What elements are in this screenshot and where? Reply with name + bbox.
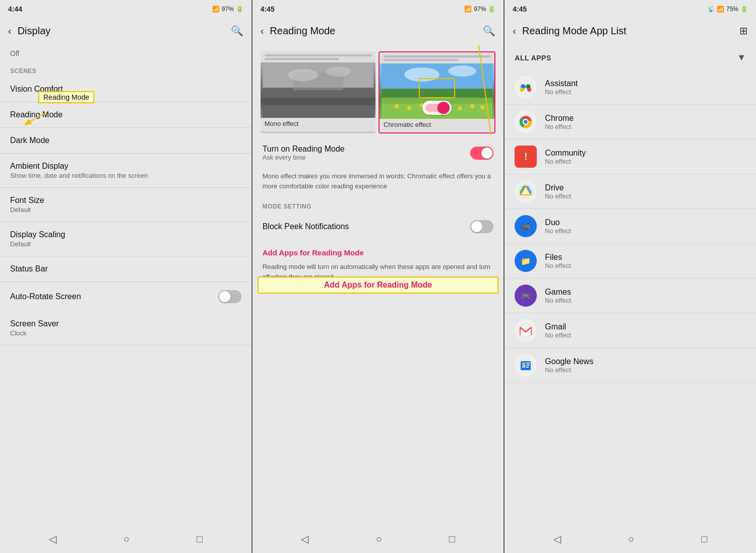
- gnews-name: Google News: [545, 357, 593, 366]
- gnews-icon-svg: G: [518, 358, 533, 373]
- reading-mode-annotation: Reading Mode: [38, 91, 94, 103]
- chrome-icon: [515, 111, 537, 133]
- mono-scene-svg: [261, 62, 375, 118]
- home-nav-3[interactable]: ○: [628, 533, 634, 545]
- reading-mode-toggle-row: Turn on Reading Mode Ask every time: [263, 145, 494, 161]
- sidebar-item-status-bar[interactable]: Status Bar: [0, 256, 251, 282]
- app-item-duo[interactable]: 📹 Duo No effect: [505, 209, 756, 244]
- svg-point-37: [524, 120, 528, 124]
- community-icon: !: [515, 146, 537, 168]
- chrome-info: Chrome No effect: [545, 114, 574, 130]
- svg-point-21: [458, 106, 462, 110]
- reading-mode-toggle[interactable]: [470, 147, 493, 160]
- svg-point-23: [480, 105, 484, 109]
- assistant-icon-svg: [518, 80, 533, 95]
- reading-mode-knob: [481, 148, 492, 159]
- block-peek-toggle[interactable]: [470, 220, 493, 233]
- header-3: ‹ Reading Mode App List ⊞: [505, 16, 756, 45]
- all-apps-header: ALL APPS ▼: [505, 45, 756, 70]
- sidebar-item-auto-rotate[interactable]: Auto-Rotate Screen: [0, 282, 251, 311]
- reading-mode-row-container: Reading Mode Reading Mode: [0, 102, 251, 128]
- chromatic-toggle-overlay[interactable]: [422, 101, 452, 115]
- duo-info: Duo No effect: [545, 218, 571, 235]
- sidebar-item-dark-mode[interactable]: Dark Mode: [0, 128, 251, 154]
- svg-rect-52: [526, 367, 529, 368]
- recents-nav-1[interactable]: □: [197, 533, 203, 545]
- svg-point-17: [407, 106, 411, 110]
- app-item-games[interactable]: 🎮 Games No effect: [505, 279, 756, 313]
- back-nav-3[interactable]: ◁: [553, 533, 561, 545]
- back-nav-1[interactable]: ◁: [49, 533, 56, 545]
- off-label: Off: [0, 45, 251, 61]
- page-title-1: Display: [18, 25, 231, 37]
- auto-rotate-toggle[interactable]: [218, 290, 241, 303]
- files-icon-symbol: 📁: [521, 256, 531, 266]
- status-bar-1: 4:44 📶 97% 🔋: [0, 0, 251, 16]
- block-peek-knob: [471, 221, 482, 232]
- community-sub: No effect: [545, 158, 586, 165]
- assistant-name: Assistant: [545, 79, 578, 88]
- search-icon-1[interactable]: 🔍: [231, 25, 243, 37]
- header-2: ‹ Reading Mode 🔍: [253, 16, 504, 45]
- reading-preview: Mono effect: [253, 45, 504, 137]
- app-item-gmail[interactable]: Gmail No effect: [505, 313, 756, 348]
- community-icon-text: !: [524, 152, 527, 162]
- games-sub: No effect: [545, 297, 571, 304]
- back-button-1[interactable]: ‹: [8, 25, 12, 37]
- wifi-icon: 📶: [717, 6, 724, 13]
- gmail-icon-svg: [518, 323, 533, 338]
- gmail-sub: No effect: [545, 331, 571, 339]
- chevron-down-icon[interactable]: ▼: [737, 52, 746, 63]
- sidebar-item-screen-saver[interactable]: Screen Saver Clock: [0, 311, 251, 345]
- reading-mode-toggle-label: Turn on Reading Mode: [263, 145, 345, 154]
- drive-name: Drive: [545, 183, 571, 192]
- app-list: Assistant No effect Chrome No effect: [505, 70, 756, 525]
- app-item-community[interactable]: ! Community No effect: [505, 140, 756, 174]
- chromatic-effect-card[interactable]: Chromatic effect: [379, 51, 495, 133]
- duo-sub: No effect: [545, 227, 571, 235]
- app-item-files[interactable]: 📁 Files No effect: [505, 244, 756, 279]
- signal-icon-1: 📶: [212, 6, 220, 13]
- assistant-info: Assistant No effect: [545, 79, 578, 96]
- recents-nav-2[interactable]: □: [449, 533, 455, 545]
- ambient-display-label: Ambient Display: [10, 162, 241, 171]
- duo-name: Duo: [545, 218, 571, 227]
- reading-mode-sub: Ask every time: [263, 154, 345, 161]
- back-button-2[interactable]: ‹: [261, 25, 264, 37]
- back-button-3[interactable]: ‹: [513, 25, 516, 37]
- sidebar-item-ambient-display[interactable]: Ambient Display Show time, date and noti…: [0, 154, 251, 188]
- home-nav-2[interactable]: ○: [375, 533, 382, 545]
- status-bar-label: Status Bar: [10, 264, 241, 273]
- sidebar-item-reading-mode[interactable]: Reading Mode: [0, 102, 251, 128]
- sidebar-item-font-size[interactable]: Font Size Default: [0, 188, 251, 222]
- add-apps-link[interactable]: Add Apps for Reading Mode: [253, 241, 504, 260]
- app-item-gnews[interactable]: G Google News No effect: [505, 348, 756, 383]
- app-item-assistant[interactable]: Assistant No effect: [505, 70, 756, 105]
- nav-bar-1: ◁ ○ □: [0, 525, 251, 553]
- app-item-drive[interactable]: Drive No effect: [505, 174, 756, 209]
- add-apps-annotation-text: Add Apps for Reading Mode: [324, 281, 432, 289]
- games-icon-symbol: 🎮: [521, 291, 531, 301]
- list-icon-3[interactable]: ⊞: [739, 25, 748, 37]
- files-name: Files: [545, 253, 571, 262]
- font-size-sub: Default: [10, 206, 241, 214]
- home-nav-1[interactable]: ○: [123, 533, 130, 545]
- app-item-chrome[interactable]: Chrome No effect: [505, 105, 756, 140]
- svg-point-13: [448, 65, 476, 77]
- sidebar-item-vision-comfort[interactable]: Vision Comfort: [0, 77, 251, 102]
- games-name: Games: [545, 288, 571, 297]
- reading-mode-info: Turn on Reading Mode Ask every time: [263, 145, 345, 161]
- sidebar-item-display-scaling[interactable]: Display Scaling Default: [0, 222, 251, 256]
- dark-mode-label: Dark Mode: [10, 136, 241, 145]
- content-2: Mono effect: [253, 45, 504, 525]
- search-icon-2[interactable]: 🔍: [483, 25, 495, 37]
- content-1: Off SCENES Vision Comfort Reading Mode R…: [0, 45, 251, 525]
- time-2: 4:45: [261, 5, 275, 13]
- mono-effect-card[interactable]: Mono effect: [261, 51, 375, 133]
- svg-text:G: G: [523, 364, 526, 367]
- time-3: 4:45: [513, 5, 527, 13]
- screen-saver-sub: Clock: [10, 329, 241, 337]
- add-apps-container: Add Apps for Reading Mode Reading mode w…: [253, 241, 504, 290]
- back-nav-2[interactable]: ◁: [301, 533, 308, 545]
- recents-nav-3[interactable]: □: [701, 533, 707, 545]
